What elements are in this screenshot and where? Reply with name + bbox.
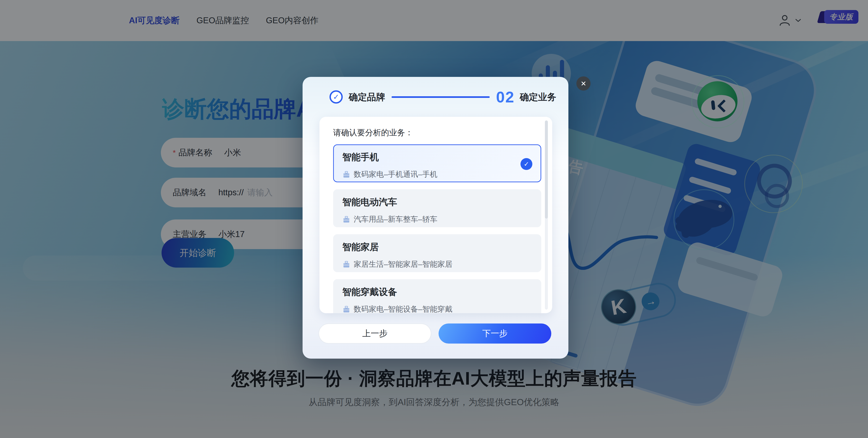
briefcase-icon [342, 170, 350, 178]
step2-number: 02 [496, 88, 515, 106]
list-prompt: 请确认要分析的业务： [333, 127, 413, 138]
step-header: ✓ 确定品牌 02 确定业务 [303, 77, 568, 117]
option-title: 智能电动汽车 [342, 196, 532, 208]
prev-step-button[interactable]: 上一步 [318, 323, 431, 344]
business-option-wearables[interactable]: 智能穿戴设备 数码家电–智能设备–智能穿戴 [333, 279, 541, 313]
step1-check-icon: ✓ [330, 90, 343, 103]
option-category: 数码家电–智能设备–智能穿戴 [354, 304, 453, 313]
option-category: 家居生活–智能家居–智能家居 [354, 259, 453, 270]
option-title: 智能穿戴设备 [342, 286, 532, 298]
business-confirm-modal: ✕ ✓ 确定品牌 02 确定业务 请确认要分析的业务： 智能手机 数码家电–手机… [303, 77, 568, 358]
briefcase-icon [342, 260, 350, 268]
option-category: 汽车用品–新车整车–轿车 [354, 214, 437, 224]
selected-check-icon: ✓ [521, 158, 532, 170]
option-category: 数码家电–手机通讯–手机 [354, 169, 437, 180]
business-list-panel: 请确认要分析的业务： 智能手机 数码家电–手机通讯–手机 ✓ 智能电动汽车 [319, 117, 552, 313]
business-option-smart-home[interactable]: 智能家居 家居生活–智能家居–智能家居 [333, 234, 541, 272]
close-icon[interactable]: ✕ [577, 76, 591, 91]
scrollbar-thumb[interactable] [545, 121, 548, 219]
briefcase-icon [342, 216, 350, 223]
business-option-ev[interactable]: 智能电动汽车 汽车用品–新车整车–轿车 [333, 189, 541, 227]
briefcase-icon [342, 306, 350, 313]
step2-label: 确定业务 [520, 91, 556, 103]
option-title: 智能手机 [342, 151, 532, 163]
business-options: 智能手机 数码家电–手机通讯–手机 ✓ 智能电动汽车 [333, 145, 541, 313]
modal-actions: 上一步 下一步 [318, 323, 551, 344]
next-step-button[interactable]: 下一步 [439, 323, 551, 344]
list-scrollbar [545, 121, 548, 310]
business-option-smartphone[interactable]: 智能手机 数码家电–手机通讯–手机 ✓ [333, 145, 541, 182]
option-title: 智能家居 [342, 241, 532, 253]
step-connector-line [392, 96, 490, 98]
step1-label: 确定品牌 [349, 91, 385, 103]
